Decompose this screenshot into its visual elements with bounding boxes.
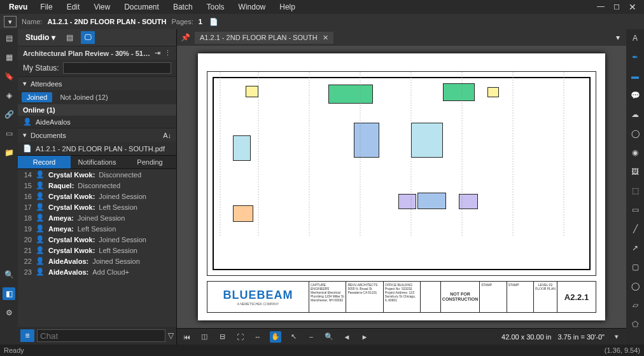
- bottom-toolbar: ⏮ ◫ ⊟ ⛶ ↔ ✋ ↖ − 🔍 ◄ ► 42.00 x 30.00 in 3…: [177, 328, 626, 345]
- tool-highlight-icon[interactable]: ▬: [629, 70, 641, 83]
- documents-toggle[interactable]: ▾: [23, 131, 27, 139]
- rail-grid-icon[interactable]: ▦: [3, 51, 15, 64]
- document-filename: A1.2.1 - 2ND FLOOR PLAN - SOUTH.pdf: [36, 145, 165, 153]
- leave-session-icon[interactable]: ⇥: [155, 49, 160, 57]
- name-label: Name:: [22, 18, 42, 25]
- rail-search-icon[interactable]: 🔍: [3, 268, 15, 281]
- menu-view[interactable]: View: [87, 3, 116, 11]
- documents-header: Documents: [31, 132, 159, 139]
- joined-pill[interactable]: Joined: [22, 92, 52, 102]
- person-icon: 👤: [36, 170, 45, 179]
- document-canvas[interactable]: BLUEBEAM A NEMETSCHEK COMPANY CAPTURE EN…: [177, 46, 626, 328]
- record-row: 17👤Crystal Kwok:Left Session: [18, 202, 176, 212]
- rail-settings-icon[interactable]: ⚙: [3, 306, 15, 319]
- zoom-in-icon[interactable]: 🔍: [323, 331, 335, 343]
- tool-arrow-icon[interactable]: ↗: [629, 242, 641, 254]
- rail-studio-icon[interactable]: ◧: [3, 287, 15, 300]
- chat-toggle-icon[interactable]: ≡: [20, 329, 34, 342]
- tool-rect-icon[interactable]: ▢: [629, 261, 641, 273]
- tab-close-icon[interactable]: ✕: [323, 34, 328, 42]
- tool-callout-icon[interactable]: ◯: [629, 127, 641, 140]
- chat-input[interactable]: [37, 329, 165, 342]
- status-bar: Ready (1.36, 9.54): [0, 345, 644, 356]
- tool-image-icon[interactable]: 🖼: [629, 165, 641, 178]
- close-icon[interactable]: ✕: [629, 2, 636, 12]
- menu-tools[interactable]: Tools: [200, 3, 231, 11]
- tool-line-icon[interactable]: ╱: [629, 222, 641, 235]
- tab-notifications[interactable]: Notifications: [71, 156, 123, 168]
- record-row: 19👤Ameya:Left Session: [18, 223, 176, 234]
- page-action-icon[interactable]: 📄: [207, 16, 220, 27]
- fit-width-icon[interactable]: ↔: [252, 331, 263, 343]
- attendees-toggle[interactable]: ▾: [23, 79, 27, 88]
- document-info-bar: ▾ Name: A1.2.1 - 2ND FLOOR PLAN - SOUTH …: [0, 14, 644, 29]
- chat-filter-icon[interactable]: ▽: [168, 331, 174, 340]
- person-icon: 👤: [36, 224, 45, 233]
- next-view-icon[interactable]: ►: [359, 331, 370, 343]
- tool-shape-icon[interactable]: ⬠: [629, 318, 641, 331]
- tool-poly-icon[interactable]: ▱: [629, 299, 641, 312]
- menu-help[interactable]: Help: [273, 3, 302, 11]
- rail-links-icon[interactable]: 🔗: [3, 108, 15, 121]
- prev-view-icon[interactable]: ◄: [341, 331, 353, 343]
- rail-thumbnails-icon[interactable]: ▤: [3, 32, 15, 44]
- zoom-out-icon[interactable]: −: [305, 331, 317, 343]
- menu-file[interactable]: File: [34, 3, 59, 11]
- pan-icon[interactable]: ✋: [270, 331, 281, 343]
- tab-pending[interactable]: Pending: [123, 156, 176, 168]
- tool-sel-icon[interactable]: ▭: [629, 203, 641, 216]
- document-item[interactable]: 📄 A1.2.1 - 2ND FLOOR PLAN - SOUTH.pdf: [18, 142, 176, 155]
- pin-icon[interactable]: 📌: [179, 32, 191, 43]
- status-ready: Ready: [4, 346, 24, 354]
- scale-dropdown-icon[interactable]: ▾: [611, 331, 622, 343]
- split-v-icon[interactable]: ⊟: [216, 331, 228, 343]
- first-page-icon[interactable]: ⏮: [181, 331, 192, 343]
- tab-overflow-icon[interactable]: ▾: [612, 33, 624, 42]
- split-h-icon[interactable]: ◫: [199, 331, 210, 343]
- record-row: 20👤Crystal Kwok:Joined Session: [18, 234, 176, 245]
- my-status-dropdown[interactable]: [63, 62, 171, 74]
- tab-record[interactable]: Record: [18, 156, 71, 168]
- tool-note-icon[interactable]: 💬: [629, 89, 641, 102]
- panel-projects-icon[interactable]: 🖵: [81, 31, 95, 44]
- rail-bookmark-icon[interactable]: 🔖: [3, 70, 15, 83]
- menu-window[interactable]: Window: [232, 3, 272, 11]
- online-header: Online (1): [18, 104, 176, 116]
- brand: Revu: [4, 3, 32, 11]
- record-list[interactable]: 14👤Crystal Kwok:Disconnected 15👤Raquel:D…: [18, 169, 176, 327]
- new-doc-dropdown[interactable]: ▾: [4, 16, 17, 27]
- maximize-icon[interactable]: ◻: [613, 2, 620, 12]
- record-row: 21👤Crystal Kwok:Left Session: [18, 245, 176, 256]
- tool-text-icon[interactable]: A: [629, 32, 641, 44]
- rail-forms-icon[interactable]: ▭: [3, 127, 15, 140]
- logo-text: BLUEBEAM: [223, 289, 293, 302]
- person-icon: 👤: [36, 181, 45, 189]
- title-block: BLUEBEAM A NEMETSCHEK COMPANY CAPTURE EN…: [207, 281, 596, 313]
- tool-ellipse-icon[interactable]: ◯: [629, 280, 641, 292]
- menu-batch[interactable]: Batch: [167, 3, 199, 11]
- document-tab[interactable]: A1.2.1 - 2ND FLOOR PLAN - SOUTH ✕: [195, 32, 333, 44]
- tool-cloud-icon[interactable]: ☁: [629, 108, 641, 121]
- panel-sessions-icon[interactable]: ▤: [63, 31, 77, 44]
- minimize-icon[interactable]: —: [597, 2, 605, 12]
- doc-name: A1.2.1 - 2ND FLOOR PLAN - SOUTH: [47, 18, 166, 25]
- tool-stamp-icon[interactable]: ◉: [629, 146, 641, 159]
- person-icon: 👤: [36, 235, 45, 243]
- studio-panel: Studio ▾ ▤ 🖵 Architectural Plan Review -…: [18, 29, 177, 345]
- sort-icon[interactable]: A↓: [163, 132, 171, 139]
- studio-dropdown[interactable]: Studio ▾: [22, 32, 59, 43]
- rail-file-icon[interactable]: 📁: [3, 146, 15, 159]
- menu-edit[interactable]: Edit: [60, 3, 87, 11]
- logo-subtitle: A NEMETSCHEK COMPANY: [237, 302, 279, 306]
- attendee-row[interactable]: 👤 AideAvalos: [18, 116, 176, 128]
- tool-crop-icon[interactable]: ⬚: [629, 184, 641, 197]
- pages-label: Pages:: [171, 18, 193, 25]
- select-icon[interactable]: ↖: [288, 331, 299, 343]
- fit-page-icon[interactable]: ⛶: [234, 331, 246, 343]
- menu-document[interactable]: Document: [118, 3, 165, 11]
- not-joined-pill[interactable]: Not Joined (12): [55, 92, 113, 102]
- tool-pen-icon[interactable]: ✒: [629, 51, 641, 64]
- session-menu-icon[interactable]: ⋮: [164, 49, 171, 57]
- menu-bar: Revu File Edit View Document Batch Tools…: [0, 0, 644, 14]
- rail-layers-icon[interactable]: ◈: [3, 89, 15, 102]
